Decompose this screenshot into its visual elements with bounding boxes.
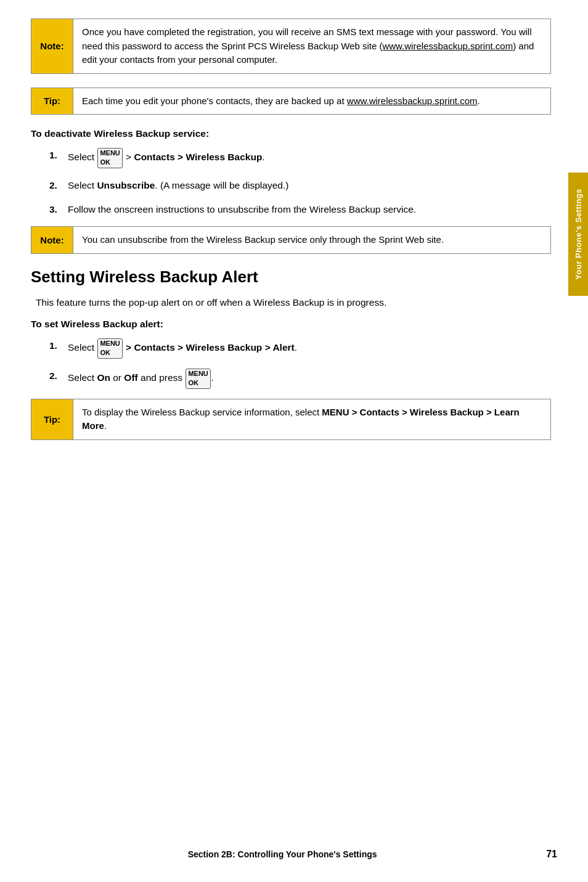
deactivate-step-3: 3. Follow the onscreen instructions to u… — [49, 202, 551, 216]
menu-icon-3: MENUOK — [186, 369, 210, 389]
alert-step-text-2: Select On or Off and press MENUOK. — [68, 369, 551, 389]
menu-icon-1: MENUOK — [97, 148, 122, 168]
alert-step-text-1: Select MENUOK > Contacts > Wireless Back… — [68, 338, 551, 359]
alert-step-1: 1. Select MENUOK > Contacts > Wireless B… — [49, 338, 551, 359]
tip-box-2: Tip: To display the Wireless Backup serv… — [31, 399, 551, 440]
note-link-1[interactable]: www.wirelessbackup.sprint.com — [382, 41, 513, 51]
tip-label-2: Tip: — [31, 399, 73, 439]
note-content-1: Once you have completed the registration… — [73, 19, 550, 73]
deactivate-heading: To deactivate Wireless Backup service: — [31, 128, 551, 139]
step-num-1: 1. — [49, 148, 68, 162]
footer-section-label: Section 2B: Controlling Your Phone's Set… — [31, 849, 534, 859]
menu-icon-2: MENUOK — [97, 338, 122, 359]
alert-step-2: 2. Select On or Off and press MENUOK. — [49, 369, 551, 389]
note-label-1: Note: — [31, 19, 73, 73]
tip-text-1a: Each time you edit your phone's contacts… — [82, 96, 480, 106]
deactivate-steps: 1. Select MENUOK > Contacts > Wireless B… — [49, 148, 551, 216]
note-box-2: Note: You can unsubscribe from the Wirel… — [31, 226, 551, 254]
note-text-1a: Once you have completed the registration… — [82, 27, 534, 65]
page-container: Your Phone's Settings Note: Once you hav… — [0, 0, 588, 882]
note-content-2: You can unsubscribe from the Wireless Ba… — [73, 227, 550, 253]
side-tab-label: Your Phone's Settings — [574, 189, 583, 280]
deactivate-step-1: 1. Select MENUOK > Contacts > Wireless B… — [49, 148, 551, 168]
page-footer: Section 2B: Controlling Your Phone's Set… — [0, 849, 588, 860]
step-num-2: 2. — [49, 178, 68, 192]
step-text-3: Follow the onscreen instructions to unsu… — [68, 202, 551, 216]
alert-step-num-1: 1. — [49, 338, 68, 353]
step-num-3: 3. — [49, 202, 68, 216]
tip-label-1: Tip: — [31, 88, 73, 115]
step-text-1: Select MENUOK > Contacts > Wireless Back… — [68, 148, 551, 168]
alert-steps: 1. Select MENUOK > Contacts > Wireless B… — [49, 338, 551, 389]
footer-page-number: 71 — [546, 849, 557, 860]
tip-link-1[interactable]: www.wirelessbackup.sprint.com — [347, 96, 478, 106]
tip-content-2: To display the Wireless Backup service i… — [73, 399, 550, 439]
step-text-2: Select Unsubscribe. (A message will be d… — [68, 178, 551, 192]
tip-content-1: Each time you edit your phone's contacts… — [73, 88, 550, 115]
side-tab: Your Phone's Settings — [568, 173, 588, 296]
deactivate-step-2: 2. Select Unsubscribe. (A message will b… — [49, 178, 551, 192]
note-text-2: You can unsubscribe from the Wireless Ba… — [82, 234, 444, 245]
set-alert-heading: To set Wireless Backup alert: — [31, 319, 551, 330]
big-section-title: Setting Wireless Backup Alert — [31, 267, 551, 287]
tip-text-2a: To display the Wireless Backup service i… — [82, 407, 520, 431]
body-paragraph: This feature turns the pop-up alert on o… — [31, 295, 551, 310]
note-box-1: Note: Once you have completed the regist… — [31, 18, 551, 74]
note-label-2: Note: — [31, 227, 73, 253]
tip-box-1: Tip: Each time you edit your phone's con… — [31, 88, 551, 115]
alert-step-num-2: 2. — [49, 369, 68, 383]
